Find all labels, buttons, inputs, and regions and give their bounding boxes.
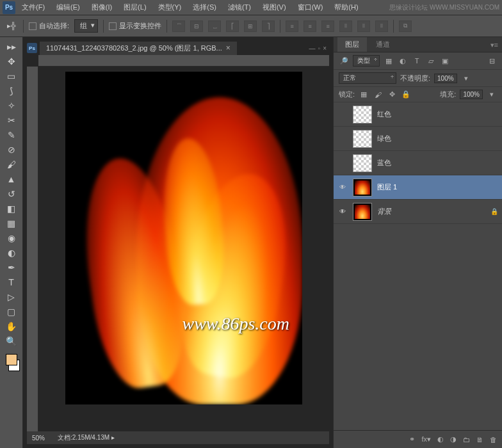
menu-image[interactable]: 图像(I) — [86, 1, 117, 14]
layer-thumbnail[interactable] — [353, 130, 372, 148]
layer-thumbnail[interactable] — [353, 106, 372, 124]
distribute-bottom-icon[interactable]: ≡ — [321, 20, 334, 32]
ruler-vertical[interactable] — [27, 67, 38, 431]
layer-mask-icon[interactable]: ◐ — [437, 435, 444, 444]
menu-file[interactable]: 文件(F) — [17, 1, 50, 14]
filter-adjust-icon[interactable]: ◐ — [398, 56, 408, 65]
new-layer-icon[interactable]: 🗎 — [476, 436, 483, 444]
zoom-tool[interactable]: 🔍 — [3, 334, 20, 348]
layer-name[interactable]: 蓝色 — [377, 158, 391, 168]
layer-name[interactable]: 红色 — [377, 109, 391, 119]
layer-row[interactable]: 图层 1 — [334, 175, 502, 200]
link-layers-icon[interactable]: ⚭ — [409, 435, 415, 444]
ruler-horizontal[interactable] — [38, 55, 329, 67]
visibility-toggle[interactable] — [337, 182, 348, 193]
visibility-toggle[interactable] — [337, 207, 348, 217]
distribute-top-icon[interactable]: ≡ — [286, 20, 298, 32]
pen-tool[interactable]: ✒ — [3, 260, 20, 275]
blend-mode-dropdown[interactable]: 正常 — [339, 72, 396, 84]
delete-layer-icon[interactable]: 🗑 — [490, 436, 497, 444]
visibility-toggle[interactable] — [337, 134, 348, 144]
type-tool[interactable]: T — [3, 275, 20, 289]
3d-mode-icon[interactable]: ⧉ — [399, 20, 412, 32]
align-left-icon[interactable]: ⎡ — [226, 20, 239, 32]
distribute-right-icon[interactable]: ⫴ — [375, 20, 388, 32]
align-hcenter-icon[interactable]: ⊞ — [244, 20, 257, 32]
filter-pixel-icon[interactable]: ▦ — [384, 56, 394, 65]
menu-select[interactable]: 选择(S) — [188, 1, 222, 14]
eyedropper-tool[interactable]: ✎ — [3, 128, 20, 142]
align-right-icon[interactable]: ⎤ — [262, 20, 275, 32]
minimize-icon[interactable]: — — [309, 45, 316, 52]
menu-type[interactable]: 类型(Y) — [153, 1, 187, 14]
adjustment-layer-icon[interactable]: ◑ — [450, 435, 457, 444]
opacity-input[interactable]: 100% — [434, 74, 457, 83]
chevron-down-icon[interactable]: ▾ — [487, 90, 497, 99]
filter-smart-icon[interactable]: ▣ — [440, 56, 450, 65]
path-select-tool[interactable]: ▷ — [3, 290, 20, 304]
menu-help[interactable]: 帮助(H) — [329, 1, 363, 14]
move-tool[interactable]: ✥ — [3, 54, 20, 68]
layer-name[interactable]: 图层 1 — [377, 182, 397, 192]
fill-input[interactable]: 100% — [460, 90, 483, 99]
brush-tool[interactable]: 🖌 — [3, 157, 20, 172]
menu-edit[interactable]: 编辑(E) — [51, 1, 85, 14]
search-icon[interactable]: 🔎 — [339, 56, 349, 65]
align-vcenter-icon[interactable]: ⊟ — [190, 20, 203, 32]
show-transform-checkbox[interactable]: 显示变换控件 — [109, 21, 161, 31]
healing-brush-tool[interactable]: ⊘ — [3, 143, 20, 157]
blur-tool[interactable]: ◉ — [3, 231, 20, 245]
eraser-tool[interactable]: ◧ — [3, 202, 20, 216]
menu-layer[interactable]: 图层(L) — [118, 1, 151, 14]
foreground-color-swatch[interactable] — [6, 354, 17, 365]
document-tab[interactable]: 11074431_122403780263_2.jpg @ 50% (图层 1,… — [40, 42, 237, 55]
crop-tool[interactable]: ✂ — [3, 113, 20, 127]
layer-row[interactable]: 背景 🔒 — [334, 200, 502, 224]
auto-select-checkbox[interactable]: 自动选择: — [29, 21, 69, 31]
layer-thumbnail[interactable] — [353, 179, 372, 196]
stamp-tool[interactable]: ▲ — [3, 172, 20, 186]
align-top-icon[interactable]: ⎴ — [172, 20, 185, 32]
filter-shape-icon[interactable]: ▱ — [426, 56, 436, 65]
distribute-hcenter-icon[interactable]: ⫴ — [357, 20, 370, 32]
tab-channels[interactable]: 通道 — [368, 37, 398, 52]
layer-name[interactable]: 背景 — [377, 207, 391, 216]
layer-name[interactable]: 绿色 — [377, 134, 391, 143]
visibility-toggle[interactable] — [337, 158, 348, 168]
layer-fx-icon[interactable]: fx▾ — [421, 435, 431, 444]
zoom-level[interactable]: 50% — [32, 435, 45, 442]
group-icon[interactable]: 🗀 — [463, 436, 470, 444]
visibility-toggle[interactable] — [337, 109, 348, 120]
hand-tool[interactable]: ✋ — [3, 319, 20, 333]
layer-thumbnail[interactable] — [353, 203, 372, 221]
lasso-tool[interactable]: ⟆ — [3, 84, 20, 98]
close-tab-icon[interactable]: × — [226, 44, 231, 52]
menu-view[interactable]: 视图(V) — [257, 1, 291, 14]
layer-row[interactable]: 红色 — [334, 102, 502, 127]
filter-toggle-icon[interactable]: ⊟ — [487, 56, 497, 65]
canvas[interactable]: www.86ps.com — [38, 67, 329, 431]
maximize-icon[interactable]: ▫ — [318, 45, 321, 52]
layer-row[interactable]: 蓝色 — [334, 151, 502, 175]
tab-handle-icon[interactable]: ▸▸ — [3, 40, 20, 54]
lock-all-icon[interactable]: 🔒 — [401, 90, 411, 99]
menu-window[interactable]: 窗口(W) — [293, 1, 328, 14]
panel-menu-icon[interactable]: ▾≡ — [487, 38, 502, 52]
filter-type-dropdown[interactable]: 类型 — [353, 55, 380, 67]
layer-row[interactable]: 绿色 — [334, 127, 502, 151]
dodge-tool[interactable]: ◐ — [3, 246, 20, 260]
filter-type-icon[interactable]: T — [412, 56, 422, 65]
magic-wand-tool[interactable]: ✧ — [3, 99, 20, 113]
marquee-tool[interactable]: ▭ — [3, 69, 20, 83]
gradient-tool[interactable]: ▦ — [3, 216, 20, 230]
auto-select-dropdown[interactable]: 组 — [74, 19, 98, 33]
lock-position-icon[interactable]: ✥ — [387, 90, 397, 99]
lock-pixels-icon[interactable]: 🖌 — [373, 90, 383, 99]
lock-transparency-icon[interactable]: ▦ — [359, 90, 369, 99]
distribute-vcenter-icon[interactable]: ≡ — [304, 20, 316, 32]
close-icon[interactable]: × — [323, 45, 327, 52]
tab-layers[interactable]: 图层 — [337, 37, 367, 52]
align-bottom-icon[interactable]: ⎵ — [208, 20, 221, 32]
history-brush-tool[interactable]: ↺ — [3, 187, 20, 201]
menu-filter[interactable]: 滤镜(T) — [223, 1, 256, 14]
